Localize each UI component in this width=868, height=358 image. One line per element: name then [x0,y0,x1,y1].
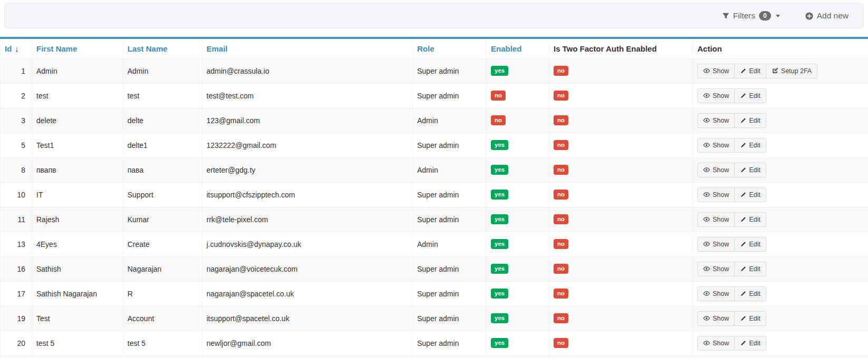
show-button[interactable]: Show [697,237,735,252]
cell-first-name: delete [32,108,123,133]
edit-button[interactable]: Edit [734,237,766,252]
show-button[interactable]: Show [697,163,735,177]
show-button[interactable]: Show [697,113,735,128]
action-button-group: ShowEdit [697,88,766,103]
table-row: 17Sathish NagarajanRnagarajan@spacetel.c… [1,281,868,306]
action-button-group: ShowEdit [697,163,766,177]
cell-email: nagarajan@spacetel.co.uk [202,281,413,306]
column-header-email[interactable]: Email [202,39,413,58]
column-header-id[interactable]: Id↓ [1,39,32,58]
cell-action: ShowEdit [693,157,868,182]
two-factor-badge: no [554,264,568,274]
cell-id: 8 [1,157,32,182]
show-button[interactable]: Show [697,286,735,301]
users-table: Id↓First NameLast NameEmailRoleEnabledIs… [0,39,868,358]
button-label: Show [713,117,729,124]
table-row: 11RajeshKumarrrk@tele-pixel.comSuper adm… [1,207,868,232]
action-button-group: ShowEdit [697,138,766,153]
show-button[interactable]: Show [697,88,735,103]
cell-first-name: Test [32,306,123,331]
table-row-partial [1,355,868,358]
pencil-square-icon [772,67,778,74]
users-table-container: Id↓First NameLast NameEmailRoleEnabledIs… [0,37,868,358]
pencil-icon [740,192,746,198]
cell-id: 17 [1,281,32,306]
cell-enabled: no [487,83,549,108]
edit-button[interactable]: Edit [734,113,766,128]
add-new-button[interactable]: Add new [805,11,849,21]
cell-id: 20 [1,331,32,355]
edit-button[interactable]: Edit [734,336,766,351]
button-label: Show [713,216,729,223]
enabled-badge: no [491,115,506,126]
cell-enabled: yes [487,58,549,83]
cell-email: j.cudnovskis@dynapay.co.uk [202,232,413,256]
cell-id: 1 [1,58,32,83]
setup-2fa-button[interactable]: Setup 2FA [766,64,817,78]
cell-empty [1,355,32,358]
filter-funnel-icon [722,12,729,19]
two-factor-badge: no [554,289,568,299]
pencil-icon [740,315,746,322]
cell-first-name: Sathish [32,256,123,281]
filters-count-badge: 0 [759,11,771,21]
cell-action: ShowEdit [693,83,868,108]
pencil-icon [740,291,746,297]
column-header-role[interactable]: Role [413,39,487,58]
two-factor-badge: no [554,338,568,349]
cell-first-name: Rajesh [32,207,123,232]
cell-role: Super admin [413,281,487,306]
cell-email: erteter@gdg.ty [202,157,413,182]
button-label: Edit [749,117,761,124]
action-button-group: ShowEditSetup 2FA [697,64,817,78]
cell-empty [32,355,123,358]
button-label: Edit [749,92,761,100]
cell-enabled: yes [487,157,549,182]
edit-button[interactable]: Edit [734,187,766,202]
cell-action: ShowEdit [693,331,868,355]
eye-icon [703,142,710,148]
edit-button[interactable]: Edit [734,64,766,78]
cell-last-name: Nagarajan [123,256,202,281]
cell-action: ShowEditSetup 2FA [693,58,868,83]
show-button[interactable]: Show [697,64,735,78]
button-label: Edit [749,290,761,297]
cell-last-name: Create [123,232,202,256]
show-button[interactable]: Show [697,138,735,153]
sort-desc-icon: ↓ [15,44,19,53]
edit-button[interactable]: Edit [734,163,766,177]
edit-button[interactable]: Edit [734,286,766,301]
show-button[interactable]: Show [697,336,735,351]
action-button-group: ShowEdit [697,187,766,202]
cell-enabled: yes [487,331,549,355]
cell-empty [693,355,868,358]
column-header-enabled[interactable]: Enabled [487,39,549,58]
show-button[interactable]: Show [697,311,735,326]
show-button[interactable]: Show [697,212,735,227]
edit-button[interactable]: Edit [734,88,766,103]
edit-button[interactable]: Edit [734,311,766,326]
column-header-last_name[interactable]: Last Name [123,39,202,58]
pencil-icon [740,266,746,272]
cell-two-factor: no [549,331,693,355]
edit-button[interactable]: Edit [734,262,766,276]
cell-email: test@test.com [202,83,413,108]
eye-icon [703,166,710,173]
show-button[interactable]: Show [697,262,735,276]
cell-action: ShowEdit [693,133,868,157]
cell-first-name: test 5 [32,331,123,355]
cell-role: Admin [413,232,487,256]
edit-button[interactable]: Edit [734,212,766,227]
cell-email: 123@gmail.com [202,108,413,133]
filters-button[interactable]: Filters 0 [722,11,780,21]
column-header-first_name[interactable]: First Name [32,39,123,58]
enabled-badge: yes [491,66,508,76]
cell-enabled: yes [487,232,549,256]
pencil-icon [740,68,746,74]
cell-id: 16 [1,256,32,281]
cell-first-name: 4Eyes [32,232,123,256]
show-button[interactable]: Show [697,187,735,202]
cell-empty [549,355,693,358]
edit-button[interactable]: Edit [734,138,766,153]
table-row: 10ITSupportitsupport@cfszipptech.comSupe… [1,182,868,207]
